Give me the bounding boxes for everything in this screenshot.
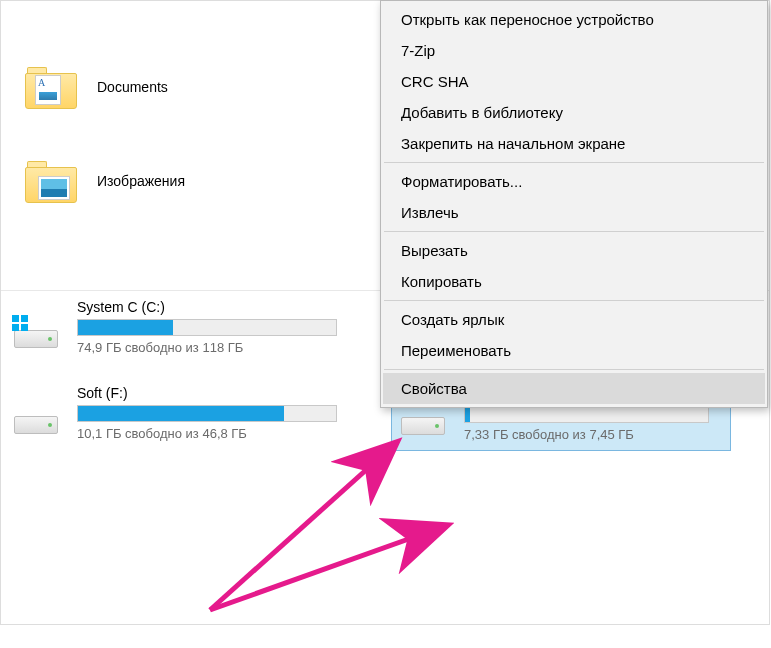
context-menu-item[interactable]: Добавить в библиотеку <box>383 97 765 128</box>
drive-icon <box>11 403 61 437</box>
capacity-fill <box>78 406 284 421</box>
drive-name: System C (C:) <box>77 299 337 315</box>
drive-free-text: 10,1 ГБ свободно из 46,8 ГБ <box>77 426 337 441</box>
capacity-bar <box>77 405 337 422</box>
capacity-bar <box>464 406 709 423</box>
context-menu-item[interactable]: 7-Zip <box>383 35 765 66</box>
drive-soft-f[interactable]: Soft (F:) 10,1 ГБ свободно из 46,8 ГБ <box>5 379 343 449</box>
folder-icon <box>25 159 77 203</box>
capacity-fill <box>465 407 470 422</box>
folder-label: Изображения <box>97 173 185 189</box>
context-menu-item[interactable]: Закрепить на начальном экране <box>383 128 765 159</box>
context-menu-item[interactable]: CRC SHA <box>383 66 765 97</box>
drive-free-text: 74,9 ГБ свободно из 118 ГБ <box>77 340 337 355</box>
context-menu-item[interactable]: Форматировать... <box>383 166 765 197</box>
folder-icon <box>25 65 77 109</box>
context-menu-item[interactable]: Вырезать <box>383 235 765 266</box>
capacity-bar <box>77 319 337 336</box>
drive-free-text: 7,33 ГБ свободно из 7,45 ГБ <box>464 427 724 442</box>
context-menu-separator <box>384 162 764 163</box>
drive-system-c[interactable]: System C (C:) 74,9 ГБ свободно из 118 ГБ <box>5 293 343 363</box>
drive-icon <box>398 404 448 438</box>
context-menu-separator <box>384 231 764 232</box>
folder-label: Documents <box>97 79 168 95</box>
context-menu-item[interactable]: Переименовать <box>383 335 765 366</box>
context-menu[interactable]: Открыть как переносное устройство7-ZipCR… <box>380 0 768 408</box>
capacity-fill <box>78 320 173 335</box>
context-menu-item[interactable]: Создать ярлык <box>383 304 765 335</box>
context-menu-item[interactable]: Открыть как переносное устройство <box>383 4 765 35</box>
drive-name: Soft (F:) <box>77 385 337 401</box>
drive-icon <box>11 317 61 351</box>
context-menu-separator <box>384 369 764 370</box>
context-menu-item[interactable]: Копировать <box>383 266 765 297</box>
context-menu-item[interactable]: Извлечь <box>383 197 765 228</box>
context-menu-separator <box>384 300 764 301</box>
context-menu-item[interactable]: Свойства <box>383 373 765 404</box>
